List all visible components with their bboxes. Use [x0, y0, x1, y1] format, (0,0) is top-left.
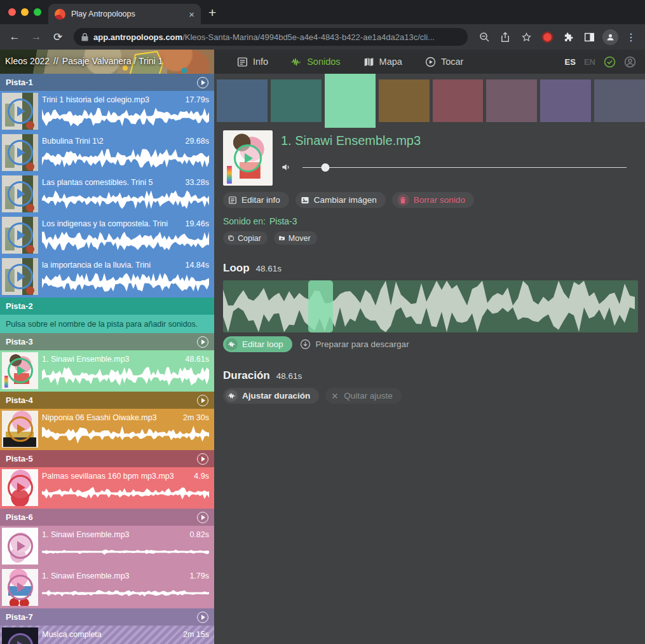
track-header-pista-1[interactable]: Pista-1: [0, 74, 214, 91]
play-overlay-icon[interactable]: [8, 575, 33, 600]
track-header-pista-5[interactable]: Pista-5: [0, 450, 214, 467]
color-swatch-3-selected[interactable]: [325, 74, 376, 128]
browser-tab[interactable]: Play Antropoloops ×: [48, 4, 201, 24]
forward-button[interactable]: →: [27, 31, 46, 43]
track-header-pista-2[interactable]: Pista-2: [0, 298, 214, 315]
new-tab-button[interactable]: +: [208, 5, 216, 20]
play-overlay-icon[interactable]: [8, 416, 33, 442]
close-tab-icon[interactable]: ×: [189, 9, 194, 20]
browser-menu-icon[interactable]: ⋮: [622, 28, 640, 46]
track-header-pista-6[interactable]: Pista-6: [0, 509, 214, 526]
lang-es[interactable]: ES: [565, 57, 576, 67]
location-track-link[interactable]: Pista-3: [269, 216, 297, 226]
color-swatch-2[interactable]: [271, 79, 322, 122]
delete-sound-button[interactable]: Borrar sonido: [392, 192, 474, 208]
sound-row[interactable]: Los indigenas y la compostela. Trini19.4…: [0, 215, 214, 256]
play-overlay-icon[interactable]: [8, 633, 33, 644]
track-play-button[interactable]: [197, 395, 208, 406]
track-header-pista-3[interactable]: Pista-3: [0, 333, 214, 350]
share-icon[interactable]: [496, 28, 514, 46]
volume-knob[interactable]: [321, 163, 329, 172]
lang-en[interactable]: EN: [584, 57, 595, 67]
record-extension-icon[interactable]: [538, 28, 556, 46]
track-play-button[interactable]: [197, 336, 208, 348]
color-swatch-5[interactable]: [433, 79, 484, 122]
sound-thumbnail[interactable]: [2, 352, 38, 389]
track-play-button[interactable]: [197, 453, 208, 465]
sound-thumbnail[interactable]: [2, 175, 38, 212]
clear-adjust-button[interactable]: Quitar ajuste: [325, 388, 402, 404]
play-overlay-icon[interactable]: [8, 358, 33, 383]
minimize-window-button[interactable]: [21, 8, 29, 16]
zoom-page-icon[interactable]: [475, 28, 493, 46]
sync-check-icon[interactable]: [604, 56, 616, 68]
edit-loop-button[interactable]: Editar loop: [223, 336, 292, 352]
sound-thumbnail[interactable]: [2, 528, 38, 565]
sound-row[interactable]: 1. Sinawi Ensemble.mp30.82s: [0, 526, 214, 567]
loop-waveform[interactable]: [223, 280, 638, 332]
play-overlay-icon[interactable]: [8, 181, 33, 207]
color-swatch-7[interactable]: [540, 79, 591, 122]
volume-slider[interactable]: [302, 163, 627, 172]
sound-thumbnail[interactable]: [2, 134, 38, 171]
close-window-button[interactable]: [8, 8, 16, 16]
sound-row[interactable]: Nipponia 06 Esashi Oiwake.mp32m 30s: [0, 409, 214, 450]
sound-thumbnail[interactable]: [2, 93, 38, 130]
prepare-download-button[interactable]: Preparar para descargar: [300, 339, 409, 350]
sidebar-panel-icon[interactable]: [580, 28, 598, 46]
sound-thumbnail[interactable]: [2, 217, 38, 254]
sound-row[interactable]: Bubulina Trini 1\229.68s: [0, 132, 214, 174]
selected-sound-thumbnail[interactable]: [223, 130, 273, 186]
reload-button[interactable]: ⟳: [48, 31, 67, 44]
sound-row[interactable]: Trini 1 historia del colegio.mp317.79s: [0, 91, 214, 132]
address-bar[interactable]: app.antropoloops.com/Kleos-Santa-Marina/…: [74, 28, 468, 46]
play-overlay-icon[interactable]: [8, 264, 33, 289]
color-swatch-4[interactable]: [379, 79, 430, 122]
track-play-button[interactable]: [197, 612, 208, 623]
change-image-button[interactable]: Cambiar imágen: [295, 192, 386, 208]
back-button[interactable]: ←: [5, 31, 24, 43]
sound-row[interactable]: Musica completa2m 15s: [0, 626, 214, 644]
sound-row[interactable]: Palmas sevillanas 160 bpm mp3.mp34.9s: [0, 467, 214, 509]
sound-thumbnail[interactable]: [2, 627, 38, 644]
tab-mapa[interactable]: Mapa: [355, 50, 411, 74]
selected-sound-title: 1. Sinawi Ensemble.mp3: [281, 134, 639, 148]
track-header-pista-4[interactable]: Pista-4: [0, 392, 214, 409]
sound-thumbnail[interactable]: [2, 469, 38, 506]
sound-thumbnail[interactable]: [2, 411, 38, 448]
extensions-puzzle-icon[interactable]: [559, 28, 577, 46]
breadcrumb[interactable]: Kleos 2022//Pasaje Valvanera / Trini 1: [5, 56, 163, 66]
sound-row[interactable]: Las plantas comestibles. Trini 533.28s: [0, 174, 214, 215]
tab-sonidos[interactable]: Sonidos: [282, 50, 349, 74]
color-swatch-8[interactable]: [594, 79, 645, 122]
sound-row[interactable]: 1. Sinawi Ensemble.mp348.61s: [0, 350, 214, 392]
color-swatch-1[interactable]: [217, 79, 268, 122]
play-overlay-icon[interactable]: [234, 144, 262, 172]
profile-avatar[interactable]: [601, 28, 619, 46]
edit-info-button[interactable]: Editar info: [223, 192, 289, 208]
zoom-window-button[interactable]: [34, 8, 41, 16]
play-overlay-icon[interactable]: [8, 533, 33, 559]
account-icon[interactable]: [624, 56, 636, 68]
sound-row[interactable]: la importancia de la lluvia. Trini14.84s: [0, 256, 214, 298]
track-play-button[interactable]: [197, 512, 208, 523]
map-thumbnail[interactable]: Kleos 2022//Pasaje Valvanera / Trini 1: [0, 50, 214, 74]
tab-tocar[interactable]: Tocar: [416, 50, 472, 74]
loop-playhead[interactable]: [308, 280, 333, 332]
color-swatch-6[interactable]: [486, 79, 537, 122]
copy-button[interactable]: Copiar: [223, 231, 268, 245]
play-overlay-icon[interactable]: [8, 475, 33, 500]
play-overlay-icon[interactable]: [8, 140, 33, 165]
track-play-button[interactable]: [197, 77, 208, 88]
antropoloops-favicon: [55, 9, 65, 20]
move-button[interactable]: Mover: [274, 231, 317, 245]
bookmark-star-icon[interactable]: [517, 28, 535, 46]
play-overlay-icon[interactable]: [8, 223, 33, 248]
sound-thumbnail[interactable]: [2, 569, 38, 606]
play-overlay-icon[interactable]: [8, 99, 33, 124]
adjust-duration-button[interactable]: Ajustar duración: [223, 388, 319, 404]
track-header-pista-7[interactable]: Pista-7: [0, 608, 214, 626]
sound-row[interactable]: 1. Sinawi Ensemble.mp31.79s: [0, 567, 214, 608]
sound-thumbnail[interactable]: [2, 258, 38, 295]
tab-info[interactable]: Info: [228, 50, 277, 74]
